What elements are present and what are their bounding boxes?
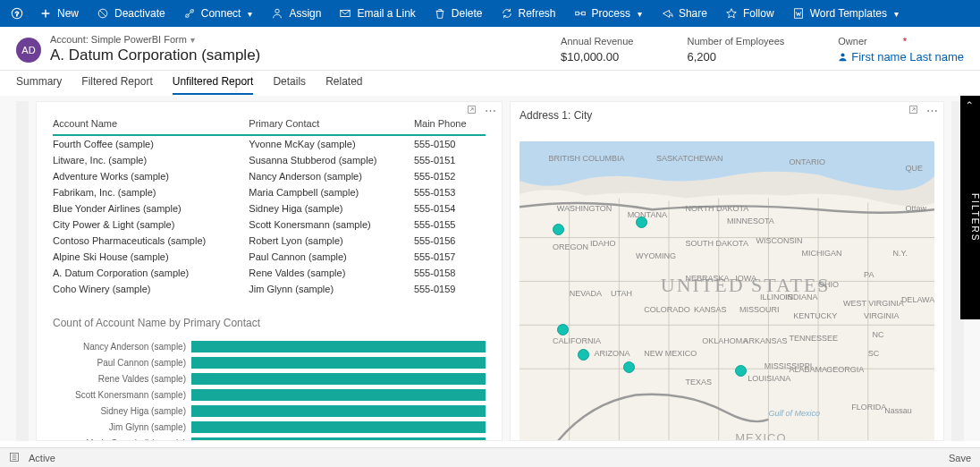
map-region-label: DELAWARE (901, 295, 934, 304)
revenue-label: Annual Revenue (561, 36, 633, 47)
chart-title: Count of Account Name by Primary Contact (53, 317, 486, 329)
table-row[interactable]: Blue Yonder Airlines (sample)Sidney Higa… (53, 200, 486, 217)
cmd-label: Email a Link (357, 7, 415, 20)
map-region-label: TEXAS (686, 378, 713, 386)
refresh-icon (501, 7, 513, 20)
filters-label: FILTERS (970, 193, 980, 242)
table-cell: Rene Valdes (sample) (249, 265, 414, 281)
map-data-point[interactable] (553, 224, 564, 235)
filters-panel-toggle[interactable]: ‹ FILTERS (960, 96, 980, 319)
plus-icon (39, 7, 52, 20)
bar-row[interactable]: Maria Campbell (sample) (53, 435, 486, 441)
cmd-label: Connect (201, 7, 241, 20)
record-header: AD Account: Simple PowerBI Form ▾ A. Dat… (0, 27, 980, 71)
cmd-connect[interactable]: Connect▾ (174, 0, 262, 27)
map-region-label: CALIFORNIA (553, 336, 601, 345)
save-button[interactable]: Save (945, 453, 971, 463)
tab-summary[interactable]: Summary (16, 70, 62, 95)
header-field-employees[interactable]: Number of Employees 6,200 (687, 36, 784, 64)
table-row[interactable]: Fourth Coffee (sample)Yvonne McKay (samp… (53, 135, 486, 152)
table-row[interactable]: Adventure Works (sample)Nancy Anderson (… (53, 168, 486, 184)
table-cell: Adventure Works (sample) (53, 168, 249, 184)
table-row[interactable]: Litware, Inc. (sample)Susanna Stubberod … (53, 152, 486, 168)
table-cell: 555-0155 (414, 217, 486, 233)
map-region-label: Havana (859, 440, 887, 441)
table-cell: 555-0152 (414, 168, 486, 184)
save-label: Save (949, 453, 971, 463)
bar-row[interactable]: Nancy Anderson (sample) (53, 338, 486, 354)
employees-value: 6,200 (687, 50, 784, 64)
bar-row[interactable]: Paul Cannon (sample) (53, 354, 486, 370)
bar-label: Paul Cannon (sample) (53, 358, 191, 368)
map-region-label: BRITISH COLUMBIA (548, 154, 624, 163)
owner-value[interactable]: First name Last name (838, 50, 964, 64)
bar-fill (191, 405, 486, 417)
left-scrollbar[interactable] (16, 101, 29, 441)
bar-fill (191, 437, 486, 442)
bar-row[interactable]: Scott Konersmann (sample) (53, 386, 486, 403)
chevron-down-icon: ▾ (190, 35, 195, 45)
map-region-label: TENNESSEE (790, 334, 839, 343)
map-region-label: Ottaw (906, 204, 927, 213)
map-region-label: MICHIGAN (802, 249, 842, 258)
table-cell: 555-0150 (414, 135, 486, 152)
map-region-label: ONTARIO (790, 157, 825, 166)
follow-icon (725, 7, 738, 20)
svg-point-5 (275, 9, 279, 13)
table-row[interactable]: Coho Winery (sample)Jim Glynn (sample)55… (53, 281, 486, 297)
table-row[interactable]: Fabrikam, Inc. (sample)Maria Campbell (s… (53, 184, 486, 200)
tab-related[interactable]: Related (325, 70, 362, 95)
map[interactable]: UNITED STATES MEXICO Gulf of Mexico BRIT… (511, 125, 943, 441)
tab-details[interactable]: Details (273, 70, 306, 95)
more-icon[interactable]: ⋯ (485, 104, 496, 118)
cmd-process[interactable]: Process▾ (565, 0, 651, 27)
popout-icon[interactable] (466, 104, 477, 118)
bar-row[interactable]: Jim Glynn (sample) (53, 419, 486, 435)
table-cell: 555-0151 (414, 152, 486, 168)
table-row[interactable]: Contoso Pharmaceuticals (sample)Robert L… (53, 233, 486, 249)
owner-label: Owner* (838, 36, 964, 47)
table-row[interactable]: Alpine Ski House (sample)Paul Cannon (sa… (53, 249, 486, 265)
command-bar: ? NewDeactivateConnect▾AssignEmail a Lin… (0, 0, 980, 27)
bar-row[interactable]: Sidney Higa (sample) (53, 403, 486, 419)
column-header[interactable]: Primary Contact (249, 115, 414, 135)
cmd-assign[interactable]: Assign (262, 0, 330, 27)
cmd-word-templates[interactable]: Word Templates▾ (783, 0, 908, 27)
map-region-label: MONTANA (628, 210, 667, 219)
cmd-delete[interactable]: Delete (425, 0, 492, 27)
map-region-label: PA (864, 270, 874, 279)
tab-unfiltered-report[interactable]: Unfiltered Report (173, 70, 254, 95)
cmd-label: Process (592, 7, 630, 20)
cmd-share[interactable]: Share (652, 0, 716, 27)
bar-label: Nancy Anderson (sample) (53, 342, 191, 352)
record-title: A. Datum Corporation (sample) (50, 47, 561, 64)
cmd-new[interactable]: New (30, 0, 88, 27)
cmd-refresh[interactable]: Refresh (492, 0, 565, 27)
cmd-label: Deactivate (114, 7, 165, 20)
map-data-point[interactable] (557, 324, 569, 335)
map-region-label: N.Y. (893, 249, 908, 258)
help-button[interactable]: ? (4, 0, 30, 27)
popout-icon[interactable] (908, 104, 919, 118)
table-row[interactable]: City Power & Light (sample)Scott Konersm… (53, 217, 486, 233)
form-selector[interactable]: Account: Simple PowerBI Form ▾ (50, 34, 561, 45)
header-field-revenue[interactable]: Annual Revenue $10,000.00 (561, 36, 633, 64)
tab-filtered-report[interactable]: Filtered Report (81, 70, 152, 95)
column-header[interactable]: Account Name (53, 115, 249, 135)
table-row[interactable]: A. Datum Corporation (sample)Rene Valdes… (53, 265, 486, 281)
cmd-email-a-link[interactable]: Email a Link (330, 0, 424, 27)
report-pane-left: ⋯ Account NamePrimary ContactMain Phone … (36, 101, 503, 441)
cmd-deactivate[interactable]: Deactivate (88, 0, 174, 27)
bar-row[interactable]: Rene Valdes (sample) (53, 370, 486, 386)
bar-fill (191, 357, 486, 369)
more-icon[interactable]: ⋯ (926, 104, 938, 118)
cmd-follow[interactable]: Follow (716, 0, 783, 27)
header-field-owner[interactable]: Owner* First name Last name (838, 36, 964, 64)
table-cell: 555-0156 (414, 233, 486, 249)
map-region-label: QUE (906, 164, 924, 173)
table-cell: Jim Glynn (sample) (249, 281, 414, 297)
cmd-label: Refresh (519, 7, 556, 20)
process-icon (574, 7, 587, 20)
svg-rect-8 (581, 12, 585, 15)
bar-label: Scott Konersmann (sample) (53, 390, 191, 400)
